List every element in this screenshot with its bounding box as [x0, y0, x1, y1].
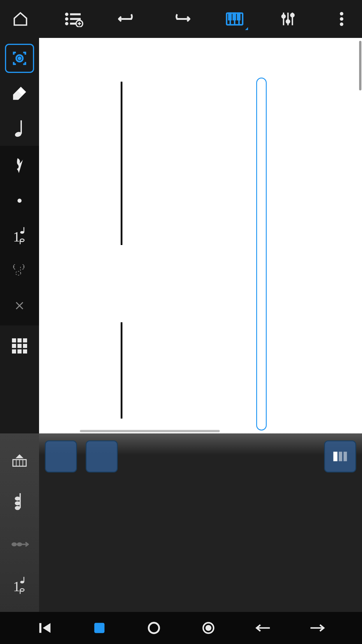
svg-point-23 — [340, 17, 343, 21]
zoom-out-button[interactable] — [45, 440, 77, 473]
svg-point-55 — [15, 501, 20, 505]
vertical-scrollbar[interactable] — [359, 41, 361, 90]
top-toolbar — [0, 0, 362, 38]
playhead-cursor[interactable] — [256, 78, 267, 430]
home-button[interactable] — [9, 7, 32, 31]
svg-rect-47 — [12, 349, 16, 354]
next-button[interactable] — [307, 618, 328, 638]
svg-rect-57 — [20, 493, 21, 508]
svg-rect-34 — [20, 240, 21, 244]
left-tool-sidebar: 1 () — [0, 38, 39, 433]
rewind-button[interactable] — [35, 618, 55, 638]
svg-rect-3 — [70, 18, 81, 20]
loop-record-button[interactable] — [198, 618, 219, 638]
main-area: 1 () — [0, 38, 362, 433]
overflow-menu-button[interactable] — [330, 7, 353, 31]
svg-rect-65 — [20, 590, 21, 594]
svg-point-22 — [340, 12, 343, 15]
quarter-note-tool[interactable] — [5, 114, 34, 143]
svg-point-35 — [16, 271, 21, 275]
dot-tool[interactable] — [5, 186, 34, 215]
svg-point-56 — [15, 506, 20, 510]
svg-rect-63 — [24, 577, 24, 582]
svg-rect-32 — [24, 227, 24, 232]
svg-rect-43 — [23, 338, 27, 342]
svg-rect-48 — [17, 349, 22, 354]
svg-rect-42 — [17, 338, 22, 342]
svg-rect-49 — [23, 349, 27, 354]
svg-point-24 — [340, 22, 343, 26]
eighth-rest-tool[interactable] — [5, 151, 34, 180]
svg-point-73 — [206, 626, 210, 630]
undo-button[interactable] — [116, 7, 139, 31]
svg-text:): ) — [23, 264, 24, 269]
strings-bracket — [121, 322, 122, 419]
delete-tool[interactable] — [5, 291, 34, 320]
mixer-button[interactable] — [276, 7, 300, 31]
stop-button[interactable] — [89, 618, 110, 638]
prev-button[interactable] — [253, 618, 273, 638]
svg-point-21 — [291, 14, 294, 17]
horizontal-scrollbar[interactable] — [80, 430, 220, 432]
svg-point-4 — [65, 22, 68, 25]
svg-rect-13 — [229, 13, 231, 20]
svg-point-33 — [20, 239, 24, 242]
voice-selector-tool[interactable]: 1 — [8, 574, 31, 597]
list-add-button[interactable] — [62, 7, 86, 31]
svg-rect-45 — [17, 344, 22, 348]
svg-text:1: 1 — [13, 229, 20, 244]
svg-point-0 — [65, 13, 68, 16]
zoom-in-button[interactable] — [86, 440, 118, 473]
svg-point-59 — [17, 542, 22, 546]
keyboard-mode-button[interactable] — [324, 440, 356, 473]
piano-view-button[interactable] — [223, 7, 246, 31]
chord-tool[interactable] — [8, 490, 31, 514]
svg-point-71 — [149, 623, 159, 633]
svg-point-26 — [18, 57, 21, 60]
svg-text:(: ( — [13, 264, 15, 269]
svg-rect-15 — [238, 13, 240, 20]
redo-button[interactable] — [169, 7, 193, 31]
svg-point-19 — [282, 15, 285, 18]
piano-section: 1 — [0, 433, 362, 612]
grid-view-tool[interactable] — [5, 331, 34, 360]
svg-rect-5 — [70, 23, 76, 25]
svg-rect-68 — [344, 452, 347, 461]
svg-rect-67 — [339, 452, 342, 461]
svg-rect-44 — [12, 344, 16, 348]
svg-point-58 — [12, 542, 17, 546]
score-view[interactable] — [39, 38, 362, 433]
record-button[interactable] — [144, 618, 164, 638]
svg-point-20 — [287, 20, 290, 23]
svg-rect-69 — [39, 623, 41, 633]
playback-bar — [0, 612, 362, 644]
voice-1-tool[interactable]: 1 — [5, 221, 34, 250]
piano-left-tools: 1 — [0, 433, 39, 612]
svg-rect-1 — [70, 13, 81, 15]
grace-note-tool[interactable]: () — [5, 256, 34, 285]
svg-rect-66 — [333, 452, 338, 461]
keyboard-range-tool[interactable] — [8, 449, 31, 472]
svg-rect-28 — [20, 120, 22, 134]
svg-point-54 — [15, 496, 20, 501]
eraser-tool[interactable] — [5, 79, 34, 108]
svg-rect-46 — [23, 344, 27, 348]
svg-point-64 — [20, 589, 24, 591]
select-tool[interactable] — [5, 44, 34, 73]
system-bracket — [121, 82, 122, 245]
svg-rect-41 — [12, 338, 16, 342]
svg-point-2 — [65, 17, 68, 20]
svg-rect-70 — [94, 623, 104, 633]
svg-text:1: 1 — [13, 578, 20, 594]
svg-rect-14 — [233, 13, 236, 20]
tie-forward-tool[interactable] — [8, 532, 31, 555]
piano-keyboard[interactable] — [39, 433, 362, 612]
svg-point-29 — [17, 199, 22, 203]
